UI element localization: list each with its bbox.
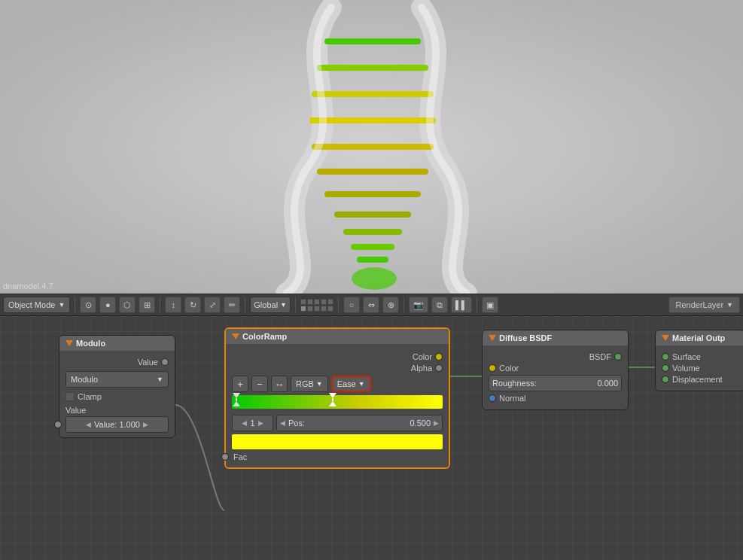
colorramp-pos-row: ◀ 1 ▶ ◀ Pos: 0.500 ▶ <box>232 415 443 431</box>
sep-2 <box>160 297 160 312</box>
diffuse-bsdf-node: Diffuse BSDF BSDF Color Roughness: 0.000 <box>482 330 629 410</box>
snap-grid <box>300 299 333 312</box>
colorramp-handle-left[interactable] <box>233 393 240 406</box>
diffuse-indicator-icon <box>489 335 496 341</box>
roughness-label: Roughness: <box>492 379 537 388</box>
viewport-3d: dnamodel.4.7 <box>0 0 743 294</box>
colorramp-ease-dropdown[interactable]: Ease ▼ <box>331 376 371 392</box>
modulo-title: Modulo <box>76 339 105 348</box>
modulo-type-dropdown[interactable]: Modulo ▼ <box>65 371 169 388</box>
prop-edit-btn[interactable]: ⊗ <box>382 297 399 313</box>
matout-displacement-row: Displacement <box>662 375 738 384</box>
modulo-node-body: Value Modulo ▼ Clamp Value ◀ <box>59 351 175 437</box>
global-label: Global <box>254 300 278 309</box>
matout-displacement-label: Displacement <box>672 375 723 384</box>
mirror-btn[interactable]: ⇔ <box>363 297 379 313</box>
modulo-value-input-label: Value <box>65 406 169 415</box>
sep-3 <box>245 297 245 312</box>
clamp-checkbox[interactable] <box>65 392 75 401</box>
colorramp-handle-middle[interactable] <box>329 393 336 406</box>
pos-arrow-left-icon: ◀ <box>280 419 285 427</box>
diffuse-normal-row: Normal <box>489 394 622 403</box>
colorramp-add-btn[interactable]: + <box>232 376 248 392</box>
handle-left-bottom-icon <box>233 401 240 406</box>
diffuse-bsdf-socket <box>614 353 622 361</box>
colorramp-fac-row: Fac <box>232 452 443 461</box>
modulo-value-socket <box>161 358 169 366</box>
pivot-dropdown[interactable]: Global ▼ <box>250 297 291 313</box>
modulo-value-output-row: Value <box>65 358 169 367</box>
circle-btn[interactable]: ○ <box>343 297 360 313</box>
colorramp-color-label: Color <box>413 352 432 361</box>
roughness-value: 0.000 <box>540 379 618 388</box>
stop-arrow-right-icon: ▶ <box>258 419 263 427</box>
colorramp-remove-btn[interactable]: − <box>251 376 268 392</box>
modulo-type-label: Modulo <box>71 375 98 384</box>
colorramp-node-body: Color Alpha + − ↔ RGB ▼ Ease ▼ <box>226 344 449 467</box>
modulo-type-row: Modulo ▼ <box>65 371 169 388</box>
mode-label: Object Mode <box>8 300 55 309</box>
toolbar: Object Mode ▼ ⊙ ● ⬡ ⊞ ↕ ↻ ⤢ ✏ Global ▼ ○… <box>0 294 743 316</box>
colorramp-rgb-dropdown[interactable]: RGB ▼ <box>291 376 328 392</box>
diffuse-bsdf-label: BSDF <box>589 352 611 361</box>
colorramp-fac-socket <box>221 453 229 461</box>
colorramp-output-preview <box>232 434 443 449</box>
render-layer-dropdown[interactable]: RenderLayer ▼ <box>668 297 740 313</box>
global-chevron-icon: ▼ <box>280 301 287 309</box>
modulo-clamp-row: Clamp <box>65 392 169 401</box>
snap-cell <box>300 299 306 305</box>
render-layer-chevron-icon: ▼ <box>726 301 733 309</box>
colorramp-controls: + − ↔ RGB ▼ Ease ▼ <box>232 376 443 392</box>
diffuse-color-label: Color <box>499 364 519 373</box>
diffuse-color-input-socket <box>489 364 496 372</box>
scale-btn[interactable]: ⤢ <box>204 297 221 313</box>
colorramp-gradient-bar-container[interactable] <box>232 395 443 412</box>
pos-arrow-right-icon: ▶ <box>434 419 439 427</box>
timeline-btn[interactable]: ▌▌ <box>451 297 472 313</box>
diffuse-roughness-row: Roughness: 0.000 <box>489 375 622 391</box>
field-arrow-right-icon: ▶ <box>143 421 148 428</box>
snap-cell <box>307 299 313 305</box>
snap-cell <box>321 306 327 312</box>
dna-visualization <box>0 0 743 294</box>
viewport-info-label: dnamodel.4.7 <box>3 282 53 291</box>
render-btn[interactable]: ⧉ <box>431 297 448 313</box>
view-perspective-btn[interactable]: ⊙ <box>80 297 96 313</box>
diffuse-title: Diffuse BSDF <box>499 333 552 342</box>
view-grid-btn[interactable]: ⊞ <box>139 297 155 313</box>
diffuse-roughness-field[interactable]: Roughness: 0.000 <box>489 375 622 391</box>
colorramp-alpha-socket <box>435 364 443 372</box>
modulo-output-label: Value <box>138 358 158 367</box>
diffuse-bsdf-output-row: BSDF <box>489 352 622 361</box>
modulo-value-input-row: Value ◀ Value: 1.000 ▶ <box>65 406 169 433</box>
colorramp-fac-label: Fac <box>233 452 247 461</box>
pencil-btn[interactable]: ✏ <box>224 297 240 313</box>
modulo-value-field[interactable]: ◀ Value: 1.000 ▶ <box>65 416 169 433</box>
view-overlay-btn[interactable]: ⬡ <box>119 297 136 313</box>
snap-cell <box>327 299 333 305</box>
modulo-type-chevron-icon: ▼ <box>157 376 163 383</box>
diffuse-normal-label: Normal <box>499 394 525 403</box>
mode-chevron-icon: ▼ <box>58 301 65 309</box>
matout-title: Material Outp <box>672 333 725 342</box>
camera-btn[interactable]: 📷 <box>409 297 428 313</box>
diffuse-node-header: Diffuse BSDF <box>483 330 628 345</box>
colorramp-gradient-bar <box>232 395 443 409</box>
modulo-value-input-socket <box>54 421 62 428</box>
screen-btn[interactable]: ▣ <box>482 297 498 313</box>
transform-btn[interactable]: ↕ <box>165 297 181 313</box>
view-shading-btn[interactable]: ● <box>99 297 116 313</box>
colorramp-rgb-label: RGB <box>296 379 314 388</box>
rotate-btn[interactable]: ↻ <box>184 297 201 313</box>
matout-displacement-socket <box>662 376 669 383</box>
render-layer-label: RenderLayer <box>675 300 723 309</box>
colorramp-pos-field[interactable]: ◀ Pos: 0.500 ▶ <box>276 415 443 431</box>
sep-7 <box>477 297 477 312</box>
colorramp-node: ColorRamp Color Alpha + − ↔ RGB ▼ <box>224 327 450 469</box>
colorramp-color-output-row: Color <box>232 352 443 361</box>
diffuse-node-body: BSDF Color Roughness: 0.000 Normal <box>483 345 628 409</box>
matout-volume-label: Volume <box>672 364 700 373</box>
colorramp-interpolate-btn[interactable]: ↔ <box>271 376 288 392</box>
object-mode-dropdown[interactable]: Object Mode ▼ <box>3 297 70 313</box>
colorramp-stop-field[interactable]: ◀ 1 ▶ <box>232 415 273 431</box>
